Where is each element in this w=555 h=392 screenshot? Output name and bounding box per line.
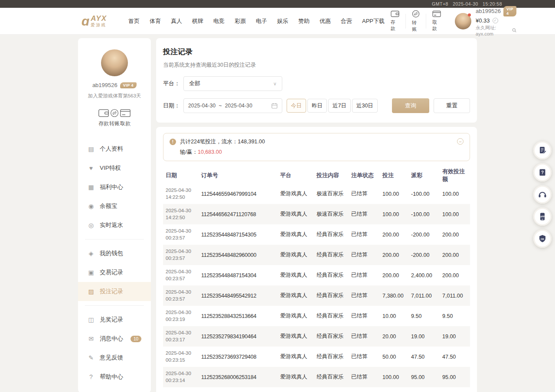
range-button[interactable]: 今日	[287, 99, 306, 113]
cell-order: 1125235448495542912	[201, 293, 280, 299]
sidebar-item[interactable]: ◈我的钱包	[78, 244, 151, 263]
sidebar-item[interactable]: ▦福利中心	[78, 178, 151, 197]
cell-platform: 爱游戏真人	[280, 353, 317, 360]
range-button[interactable]: 近30日	[352, 99, 378, 113]
cell-payout: 2,400.00	[411, 272, 442, 279]
date: 2025-04-30	[166, 330, 201, 337]
cell-order: 1125235273693729408	[201, 354, 280, 360]
help-faq-button[interactable]: ?	[533, 163, 552, 181]
balance-toggle-icon[interactable]: ✓	[493, 18, 498, 23]
cell-valid: 19.00	[442, 334, 467, 340]
question-book-icon: ?	[538, 168, 547, 177]
menu-label: 我的钱包	[100, 249, 141, 257]
column-header: 订单号	[201, 172, 280, 179]
menu-icon: ▣	[88, 269, 95, 275]
cell-content: 经典百家乐	[317, 333, 351, 340]
sidebar-item[interactable]: ▤个人资料	[78, 139, 151, 159]
nav-item[interactable]: 赞助	[298, 17, 310, 25]
joined-days: 加入爱游戏体育第563天	[88, 93, 141, 99]
app-download-button[interactable]: APP	[533, 207, 552, 226]
platform-value: 全部	[189, 80, 200, 87]
nav-item[interactable]: 彩票	[235, 17, 246, 25]
sidebar-item[interactable]: ?帮助中心	[78, 367, 151, 386]
sidebar-item[interactable]: ◉余额宝	[78, 197, 151, 216]
menu-label: 兑奖记录	[100, 316, 141, 324]
cell-payout: 95.00	[411, 374, 442, 380]
ok-shield-button[interactable]: OK	[533, 230, 552, 248]
cell-platform: 爱游戏真人	[280, 272, 317, 279]
nav-item[interactable]: 棋牌	[192, 17, 203, 25]
cell-date: 2025-04-3014:22:50	[166, 207, 201, 221]
nav-item[interactable]: 优惠	[320, 17, 331, 25]
table-row: 2025-04-3000:23:171125235279834190464爱游戏…	[163, 326, 470, 347]
cell-bet: 10.00	[382, 313, 411, 319]
calendar-icon	[271, 103, 278, 109]
reset-button[interactable]: 重置	[434, 98, 470, 113]
table-row: 2025-04-3000:23:191125235288432513664爱游戏…	[163, 306, 470, 326]
collapse-icon[interactable]: −	[457, 138, 464, 145]
nav-item[interactable]: 真人	[171, 17, 182, 25]
withdraw-button[interactable]: 取款	[120, 109, 131, 127]
cell-status: 已结算	[351, 272, 382, 279]
sidebar-item[interactable]: ▨投注记录	[78, 282, 151, 301]
cell-platform: 爱游戏真人	[280, 251, 317, 259]
nav-item[interactable]: 电竞	[213, 17, 225, 25]
query-button[interactable]: 查询	[392, 98, 429, 113]
platform-select[interactable]: 全部 ∨	[183, 76, 282, 91]
cell-status: 已结算	[351, 292, 382, 299]
sidebar-item[interactable]: ✎意见反馈	[78, 348, 151, 367]
date-range-input[interactable]: 2025-04-30 ~ 2025-04-30	[183, 98, 282, 113]
time: 14:22:50	[166, 194, 201, 201]
cell-payout: 9.50	[411, 313, 442, 319]
withdraw-button[interactable]: 取款	[426, 10, 447, 32]
table-body: 2025-04-3014:22:501125446559467999104爱游戏…	[163, 184, 470, 387]
sidebar-item[interactable]: ✉消息中心10	[78, 329, 151, 348]
cell-order: 1125235448482960000	[201, 252, 280, 258]
date: 2025-04-30	[166, 370, 201, 377]
transfer-button[interactable]: 转账	[109, 109, 120, 127]
sidebar-item[interactable]: ◎实时返水	[78, 216, 151, 235]
mobile-app-icon: APP	[538, 212, 547, 221]
records-panel: ! 共计224笔投注，流水：148,391.00 输/赢：10,683.00 −…	[156, 127, 477, 392]
nav-item[interactable]: APP下载	[362, 17, 385, 25]
deposit-button[interactable]: 存款	[98, 109, 109, 127]
search-icon[interactable]	[512, 28, 516, 33]
site-logo[interactable]: ɑ AYX 爱游戏	[82, 15, 107, 28]
nav-item[interactable]: 娱乐	[277, 17, 288, 25]
nav-item[interactable]: 首页	[128, 17, 140, 25]
time: 00:23:57	[166, 275, 201, 282]
nav-item[interactable]: 体育	[150, 17, 161, 25]
cell-date: 2025-04-3000:23:57	[166, 289, 201, 302]
site-header: ɑ AYX 爱游戏 首页体育真人棋牌电竞彩票电子娱乐赞助优惠合营APP下载 存款…	[0, 8, 555, 35]
user-avatar[interactable]	[455, 13, 471, 29]
summary-banner: ! 共计224笔投注，流水：148,391.00 输/赢：10,683.00 −	[163, 133, 470, 161]
range-button[interactable]: 昨日	[307, 99, 327, 113]
feedback-survey-button[interactable]	[533, 141, 552, 159]
cell-platform: 爱游戏真人	[280, 333, 317, 340]
cell-valid: 95.00	[442, 374, 467, 380]
cell-platform: 爱游戏真人	[280, 292, 317, 299]
table-header-row: 日期订单号平台投注内容注单状态投注派彩有效投注额	[163, 167, 470, 184]
sidebar-item[interactable]: ▣交易记录	[78, 263, 151, 282]
sidebar-item[interactable]: ◫兑奖记录	[78, 310, 151, 329]
column-header: 日期	[166, 172, 201, 179]
menu-icon: ◫	[88, 317, 95, 323]
cell-order: 1125446562471120768	[201, 211, 280, 217]
bet-records-table: 日期订单号平台投注内容注单状态投注派彩有效投注额 2025-04-3014:22…	[163, 167, 470, 392]
nav-item[interactable]: 合营	[341, 17, 352, 25]
cell-content: 经典百家乐	[317, 312, 351, 320]
deposit-button[interactable]: 存款	[385, 10, 405, 32]
menu-label: 福利中心	[100, 183, 141, 191]
cell-bet: 7,380.00	[382, 293, 411, 299]
customer-service-button[interactable]	[533, 185, 552, 204]
cell-order: 1125235279834190464	[201, 334, 280, 340]
shield-ok-icon: OK	[538, 234, 547, 243]
nav-item[interactable]: 电子	[256, 17, 267, 25]
cell-valid: 9.50	[442, 313, 467, 319]
transfer-icon	[412, 10, 420, 18]
cell-payout: -100.00	[411, 211, 442, 217]
sidebar-item[interactable]: ♥VIP特权	[78, 159, 151, 178]
transfer-button[interactable]: 转账	[406, 10, 426, 32]
range-button[interactable]: 近7日	[328, 99, 351, 113]
time: 00:23:57	[166, 235, 201, 242]
